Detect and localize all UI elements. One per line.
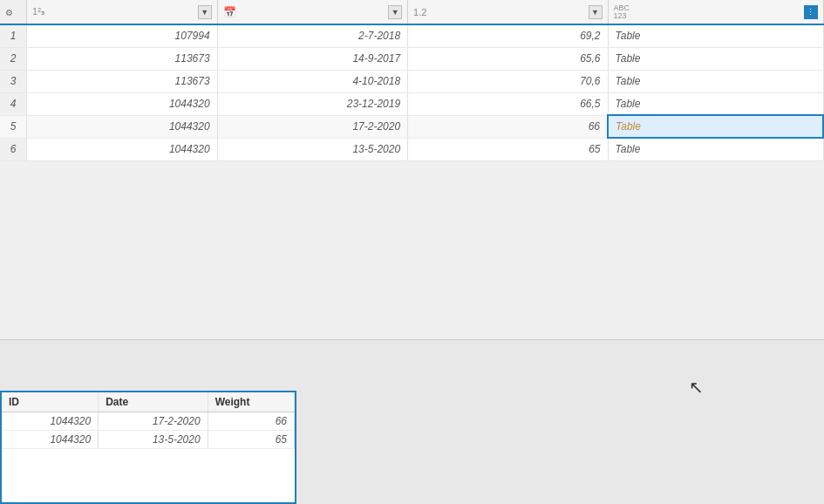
- cell-weight: 66: [408, 115, 608, 138]
- main-table-area: ⚙ 1²₃ ▼ 📅 ▼: [0, 0, 824, 340]
- bottom-area: ↖ IDDateWeight 104432017-2-2020661044320…: [0, 340, 824, 504]
- custom-filter-button[interactable]: ⋮: [804, 5, 818, 19]
- cell-date: 17-2-2020: [217, 115, 408, 138]
- preview-row: 104432017-2-202066: [2, 412, 295, 431]
- preview-th: ID: [2, 392, 99, 412]
- preview-th: Weight: [208, 392, 294, 412]
- cell-weight: 65: [408, 138, 608, 160]
- data-table: ⚙ 1²₃ ▼ 📅 ▼: [0, 0, 824, 161]
- text-icon: ABC123: [614, 4, 630, 20]
- preview-th: Date: [99, 392, 208, 412]
- preview-row: 104432013-5-202065: [2, 431, 295, 449]
- preview-cell: 1044320: [2, 431, 99, 449]
- cell-id: 1044320: [27, 92, 218, 115]
- cell-custom: Table: [608, 138, 823, 160]
- integer-icon: 1²₃: [32, 6, 44, 17]
- cell-custom: Table: [608, 47, 823, 70]
- cell-custom: Table: [608, 70, 823, 92]
- id-filter-button[interactable]: ▼: [198, 5, 212, 19]
- row-number: 2: [0, 47, 27, 70]
- preview-cell: 66: [208, 412, 294, 431]
- cell-weight: 69,2: [408, 24, 608, 47]
- th-custom[interactable]: ABC123 ⋮: [608, 0, 823, 24]
- date-filter-button[interactable]: ▼: [388, 5, 402, 19]
- preview-cell: 13-5-2020: [99, 431, 208, 449]
- row-number: 4: [0, 92, 27, 115]
- cell-weight: 65,6: [408, 47, 608, 70]
- cell-id: 113673: [27, 47, 218, 70]
- cell-custom: Table: [608, 24, 823, 47]
- row-number: 6: [0, 138, 27, 160]
- cell-weight: 70,6: [408, 70, 608, 92]
- cell-weight: 66,5: [408, 92, 608, 115]
- cell-date: 2-7-2018: [217, 24, 408, 47]
- weight-filter-button[interactable]: ▼: [589, 5, 603, 19]
- th-weight[interactable]: 1.2 ▼: [408, 0, 608, 24]
- preview-cell: 65: [208, 431, 294, 449]
- cell-date: 13-5-2020: [217, 138, 408, 160]
- preview-cell: 1044320: [2, 412, 99, 431]
- cell-id: 1044320: [27, 138, 218, 160]
- cell-custom: Table: [608, 92, 823, 115]
- cell-date: 23-12-2019: [217, 92, 408, 115]
- cell-id: 107994: [27, 24, 218, 47]
- date-icon: 📅: [223, 6, 236, 18]
- cursor: ↖: [689, 377, 704, 398]
- cell-custom: Table: [608, 115, 823, 138]
- row-number: 3: [0, 70, 27, 92]
- cell-id: 113673: [27, 70, 218, 92]
- row-number: 5: [0, 115, 27, 138]
- cell-date: 14-9-2017: [217, 47, 408, 70]
- th-date[interactable]: 📅 ▼: [217, 0, 408, 24]
- th-id[interactable]: 1²₃ ▼: [27, 0, 218, 24]
- preview-cell: 17-2-2020: [99, 412, 208, 431]
- cell-id: 1044320: [27, 115, 218, 138]
- cell-date: 4-10-2018: [217, 70, 408, 92]
- preview-table: IDDateWeight 104432017-2-202066104432013…: [2, 392, 295, 449]
- row-number: 1: [0, 24, 27, 47]
- th-rownum: ⚙: [0, 0, 27, 24]
- decimal-icon: 1.2: [413, 7, 426, 17]
- preview-table-container: IDDateWeight 104432017-2-202066104432013…: [0, 391, 296, 504]
